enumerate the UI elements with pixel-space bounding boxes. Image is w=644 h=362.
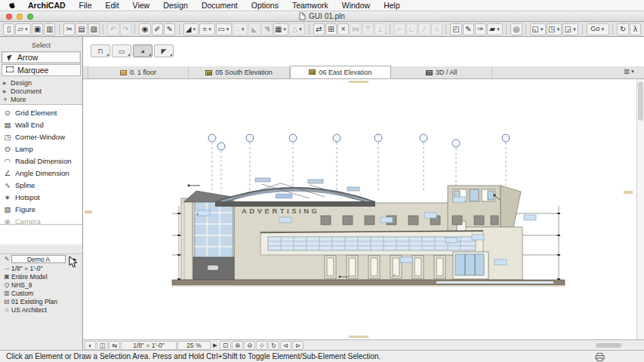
- menu-design[interactable]: Design: [156, 1, 195, 10]
- favorites-button[interactable]: ▦▼: [273, 23, 289, 35]
- dimension-style-row[interactable]: ▥Custom: [0, 289, 82, 297]
- highlighter-button[interactable]: ▰▼: [487, 23, 503, 35]
- next-zoom-button[interactable]: ⊳: [292, 341, 304, 350]
- arrow-tool[interactable]: ◤ Arrow: [2, 51, 81, 63]
- quick-layers-button[interactable]: ⇄▼: [313, 23, 325, 35]
- cut-button[interactable]: ✂▼: [63, 23, 75, 35]
- wall-end-tool[interactable]: ▤Wall End: [0, 118, 82, 130]
- annotate-pen-button[interactable]: ✎▼: [463, 23, 474, 35]
- orbit-button[interactable]: ↻▼: [617, 23, 628, 35]
- column-tool-button[interactable]: ◥▼: [261, 23, 273, 35]
- figure-tool[interactable]: ▧Figure: [0, 203, 82, 215]
- stretch-button[interactable]: ⊥▼: [374, 23, 386, 35]
- profile-set-row[interactable]: ⌂US Architect: [0, 305, 82, 314]
- menu-file[interactable]: File: [72, 1, 99, 10]
- elevation-drawing[interactable]: ADVERTISING: [83, 79, 636, 339]
- menu-archicad[interactable]: ArchiCAD: [21, 1, 72, 10]
- orientation-button[interactable]: ⇆: [109, 341, 120, 350]
- menu-document[interactable]: Document: [195, 1, 245, 10]
- printer-icon[interactable]: [595, 353, 605, 361]
- tab-floor-plan[interactable]: 0. 1 floor: [88, 66, 189, 78]
- pan-button[interactable]: ⊹: [256, 341, 267, 350]
- fit-in-window-button[interactable]: ◰▼: [450, 23, 461, 35]
- tab-east-elevation[interactable]: 06 East Elevation: [290, 66, 391, 78]
- wall-end-button[interactable]: ▭▼: [216, 23, 232, 35]
- lamp-drop-button[interactable]: △▼: [289, 23, 305, 35]
- menu-teamwork[interactable]: Teamwork: [285, 1, 335, 10]
- grid-element-tool[interactable]: ⊙Grid Element: [0, 106, 82, 118]
- hotspot-tool[interactable]: ∗Hotspot: [0, 191, 82, 203]
- new-button[interactable]: ▯▼: [3, 23, 14, 35]
- previous-zoom-button[interactable]: ⊲: [280, 341, 291, 350]
- orbit-mode-button[interactable]: ◕: [133, 44, 153, 57]
- tab-south-elevation[interactable]: 05 South Elevation: [189, 66, 290, 78]
- menu-window[interactable]: Window: [335, 1, 377, 10]
- vertical-scrollbar[interactable]: [636, 79, 644, 339]
- split-button[interactable]: ∕▼: [418, 23, 430, 35]
- profile-dropdown[interactable]: Demo A: [11, 255, 66, 263]
- zoom-level-button[interactable]: 25 %: [177, 341, 211, 350]
- vertical-scrollbar-thumb[interactable]: [638, 81, 643, 121]
- paste-button[interactable]: ▨▼: [88, 23, 100, 35]
- layer-settings-button[interactable]: ◢▼: [183, 23, 199, 35]
- zoom-out-button[interactable]: ⊖: [244, 341, 255, 350]
- angle-edit-button[interactable]: ∟▼: [406, 23, 418, 35]
- menu-options[interactable]: Options: [245, 1, 285, 10]
- adjust-button[interactable]: ○▼: [431, 23, 442, 35]
- toolbox-group-more[interactable]: ▼More: [3, 95, 80, 103]
- corner-window-tool[interactable]: ◳Corner-Window: [0, 130, 82, 143]
- explore-button[interactable]: λ▼: [630, 23, 641, 35]
- entire-model-row[interactable]: ▣Entire Model: [0, 272, 82, 281]
- trim-corner-button[interactable]: ⌐▼: [394, 23, 405, 35]
- markup-tools-button[interactable]: ✑▼: [475, 23, 486, 35]
- print-button[interactable]: ▥▼: [44, 23, 55, 35]
- find-select-button[interactable]: ◉▼: [139, 23, 150, 35]
- close-window-button[interactable]: ×▼: [337, 23, 349, 35]
- preview-navigator-button[interactable]: ◫: [97, 341, 108, 350]
- tab-3d-all[interactable]: 3D / All: [391, 66, 492, 78]
- line-weight-button[interactable]: ≈▼: [199, 23, 215, 35]
- tracker-toggle-button[interactable]: ◐: [85, 341, 96, 350]
- section-window-button[interactable]: ◳▼: [547, 23, 562, 35]
- save-button[interactable]: ▣▼: [32, 23, 43, 35]
- go-button[interactable]: Go▼: [587, 23, 609, 35]
- pickup-parameters-button[interactable]: ✐▼: [152, 23, 163, 35]
- mirror-button[interactable]: ⋈▼: [350, 23, 361, 35]
- floor-plan-window-button[interactable]: ◱▼: [530, 23, 546, 35]
- renovation-filter-row[interactable]: ▤01 Existing Plan: [0, 297, 82, 305]
- radial-dimension-tool[interactable]: ◠Radial Dimension: [0, 155, 82, 167]
- open-button[interactable]: ▱▼: [15, 23, 31, 35]
- marquee-tool[interactable]: Marquee: [2, 64, 81, 76]
- elevate-button[interactable]: ⊤▼: [362, 23, 374, 35]
- menu-view[interactable]: View: [126, 1, 157, 10]
- toolbox-group-design[interactable]: ▶Design: [3, 78, 80, 87]
- zoom-menu-arrow-icon[interactable]: ▶: [211, 341, 219, 350]
- angle-dimension-tool[interactable]: ∠Angle Dimension: [0, 167, 82, 179]
- slab-tool-button[interactable]: ◣▼: [248, 23, 260, 35]
- undo-button[interactable]: ↶▼: [107, 23, 119, 35]
- spline-tool[interactable]: ∿Spline: [0, 179, 82, 191]
- selection-mode-button[interactable]: ⊓: [91, 44, 110, 57]
- rotate-view-button[interactable]: ↻: [268, 341, 279, 350]
- layout-window-button[interactable]: ◲▼: [562, 23, 578, 35]
- horizontal-scrollbar[interactable]: [304, 341, 642, 350]
- tab-overview-button[interactable]: ▥▼: [624, 68, 635, 75]
- marquee-shape-button[interactable]: ▭: [112, 44, 131, 57]
- horizontal-scrollbar-thumb[interactable]: [596, 343, 621, 348]
- fit-in-window-button[interactable]: ⊡: [220, 341, 231, 350]
- apple-menu-icon[interactable]: [6, 2, 17, 10]
- drawing-scale-button[interactable]: 1/8" = 1'-0": [121, 341, 177, 350]
- zoom-in-button[interactable]: ⊕: [232, 341, 243, 350]
- grid-snap-button[interactable]: ⊞▼: [325, 23, 337, 35]
- copy-button[interactable]: ▤▼: [75, 23, 87, 35]
- toolbox-group-document[interactable]: ▶Document: [3, 87, 80, 95]
- camera-button[interactable]: ◎▼: [510, 23, 522, 35]
- lamp-tool[interactable]: ʘLamp: [0, 143, 82, 155]
- menu-help[interactable]: Help: [377, 1, 407, 10]
- inject-parameters-button[interactable]: ✎▼: [164, 23, 175, 35]
- redo-button[interactable]: ↷▼: [120, 23, 131, 35]
- menu-edit[interactable]: Edit: [99, 1, 126, 10]
- arrow-mode-button[interactable]: ◤: [154, 44, 174, 57]
- layer-combination-row[interactable]: ϘNHS_9: [0, 281, 82, 289]
- snap-points-button[interactable]: ∴▼: [233, 23, 248, 35]
